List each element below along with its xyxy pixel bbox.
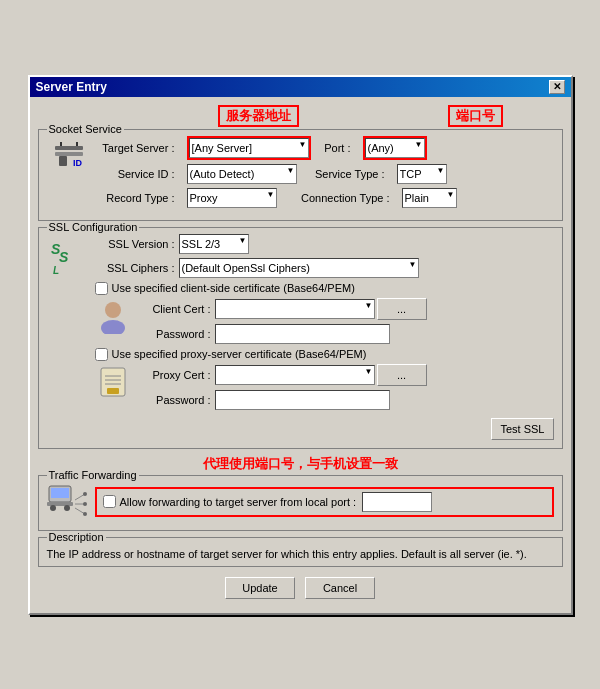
description-label: Description bbox=[47, 531, 106, 543]
port-red-outline: (Any) 80 443 8080 bbox=[363, 136, 427, 160]
connection-type-wrapper: Plain SSL bbox=[402, 188, 457, 208]
traffic-icon bbox=[47, 482, 87, 520]
proxy-cert-checkbox[interactable] bbox=[95, 348, 108, 361]
socket-service-label: Socket Service bbox=[47, 123, 124, 135]
allow-forwarding-label: Allow forwarding to target server from l… bbox=[120, 496, 357, 508]
service-id-wrapper: (Auto Detect) Manual bbox=[187, 164, 297, 184]
dialog-buttons: Update Cancel bbox=[38, 573, 563, 605]
proxy-password-input[interactable] bbox=[215, 390, 390, 410]
update-button[interactable]: Update bbox=[225, 577, 295, 599]
service-type-select[interactable]: TCP UDP bbox=[397, 164, 447, 184]
record-connection-row: Record Type : Proxy Direct Tunnel Connec… bbox=[95, 188, 554, 208]
proxy-cert-icon bbox=[95, 364, 131, 400]
client-cert-field-row: Client Cert : ... bbox=[139, 298, 427, 320]
proxy-cert-fields: Proxy Cert : ... Password : bbox=[139, 364, 427, 414]
svg-point-26 bbox=[83, 512, 87, 516]
client-cert-area: Client Cert : ... Password : bbox=[95, 298, 554, 348]
target-server-select[interactable]: [Any Server] Custom... bbox=[189, 138, 309, 158]
description-text: The IP address or hostname of target ser… bbox=[47, 548, 554, 560]
ssl-ciphers-wrapper: (Default OpenSsl Ciphers) bbox=[179, 258, 419, 278]
target-server-label: Target Server : bbox=[95, 142, 175, 154]
client-cert-select[interactable] bbox=[215, 299, 375, 319]
svg-point-10 bbox=[101, 320, 125, 334]
svg-rect-17 bbox=[51, 488, 69, 498]
service-type-label: Service Type : bbox=[305, 168, 385, 180]
proxy-cert-checkbox-label: Use specified proxy-server certificate (… bbox=[112, 348, 367, 360]
client-cert-input-row: ... bbox=[215, 298, 427, 320]
ssl-version-select[interactable]: SSL 2/3 SSL 3 TLS 1 bbox=[179, 234, 249, 254]
svg-point-25 bbox=[83, 502, 87, 506]
proxy-cert-input-row: ... bbox=[215, 364, 427, 386]
record-type-wrapper: Proxy Direct Tunnel bbox=[187, 188, 277, 208]
proxy-cert-browse-btn[interactable]: ... bbox=[377, 364, 427, 386]
proxy-cert-field-row: Proxy Cert : ... bbox=[139, 364, 427, 386]
client-cert-checkbox-row: Use specified client-side certificate (B… bbox=[95, 282, 554, 295]
client-cert-checkbox-label: Use specified client-side certificate (B… bbox=[112, 282, 355, 294]
service-id-label: Service ID : bbox=[95, 168, 175, 180]
traffic-icon-area bbox=[47, 482, 91, 522]
proxy-cert-checkbox-row: Use specified proxy-server certificate (… bbox=[95, 348, 554, 361]
ssl-version-row: SSL Version : SSL 2/3 SSL 3 TLS 1 bbox=[95, 234, 554, 254]
ssl-ciphers-label: SSL Ciphers : bbox=[95, 262, 175, 274]
svg-point-19 bbox=[50, 505, 56, 511]
svg-text:S: S bbox=[59, 249, 69, 265]
target-server-red-outline: [Any Server] Custom... bbox=[187, 136, 311, 160]
socket-service-section: Socket Service ID bbox=[38, 129, 563, 221]
service-id-type-row: Service ID : (Auto Detect) Manual Servic… bbox=[95, 164, 554, 184]
record-type-label: Record Type : bbox=[95, 192, 175, 204]
client-password-input[interactable] bbox=[215, 324, 390, 344]
server-port-row: Target Server : [Any Server] Custom... P… bbox=[95, 136, 554, 160]
ssl-version-label: SSL Version : bbox=[95, 238, 175, 250]
server-address-annotation: 服务器地址 bbox=[218, 105, 299, 127]
ssl-ciphers-select[interactable]: (Default OpenSsl Ciphers) bbox=[179, 258, 419, 278]
svg-rect-1 bbox=[55, 152, 83, 156]
proxy-cert-select-wrapper bbox=[215, 365, 375, 385]
client-password-label: Password : bbox=[139, 328, 211, 340]
proxy-cert-area: Proxy Cert : ... Password : bbox=[95, 364, 554, 414]
proxy-cert-icon-area bbox=[95, 364, 135, 402]
client-cert-checkbox[interactable] bbox=[95, 282, 108, 295]
client-cert-select-wrapper bbox=[215, 299, 375, 319]
port-number-annotation: 端口号 bbox=[448, 105, 503, 127]
person-cert-icon bbox=[95, 298, 131, 334]
cancel-button[interactable]: Cancel bbox=[305, 577, 375, 599]
proxy-cert-select[interactable] bbox=[215, 365, 375, 385]
socket-form-rows: Target Server : [Any Server] Custom... P… bbox=[95, 136, 554, 212]
socket-icon: ID bbox=[51, 138, 87, 174]
dialog-body: 服务器地址 端口号 Socket Service ID bbox=[30, 97, 571, 613]
ssl-form-fields: SSL Version : SSL 2/3 SSL 3 TLS 1 SSL Ci… bbox=[95, 234, 554, 440]
svg-point-24 bbox=[83, 492, 87, 496]
ssl-ciphers-row: SSL Ciphers : (Default OpenSsl Ciphers) bbox=[95, 258, 554, 278]
port-label: Port : bbox=[319, 142, 351, 154]
title-bar: Server Entry ✕ bbox=[30, 77, 571, 97]
client-cert-browse-btn[interactable]: ... bbox=[377, 298, 427, 320]
svg-text:ID: ID bbox=[73, 158, 83, 168]
description-section: Description The IP address or hostname o… bbox=[38, 537, 563, 567]
ssl-version-wrapper: SSL 2/3 SSL 3 TLS 1 bbox=[179, 234, 249, 254]
port-select[interactable]: (Any) 80 443 8080 bbox=[365, 138, 425, 158]
close-button[interactable]: ✕ bbox=[549, 80, 565, 94]
svg-rect-0 bbox=[55, 146, 83, 150]
socket-service-content: ID Target Server : [Any Server] Custom..… bbox=[47, 136, 554, 212]
svg-rect-18 bbox=[47, 502, 73, 506]
connection-type-select[interactable]: Plain SSL bbox=[402, 188, 457, 208]
dialog-title: Server Entry bbox=[36, 80, 107, 94]
svg-point-20 bbox=[64, 505, 70, 511]
test-ssl-button[interactable]: Test SSL bbox=[491, 418, 553, 440]
test-ssl-row: Test SSL bbox=[95, 418, 554, 440]
client-cert-icon-area bbox=[95, 298, 135, 336]
proxy-cert-label: Proxy Cert : bbox=[139, 369, 211, 381]
service-id-select[interactable]: (Auto Detect) Manual bbox=[187, 164, 297, 184]
svg-point-9 bbox=[105, 302, 121, 318]
svg-rect-4 bbox=[59, 156, 67, 166]
port-wrapper: (Any) 80 443 8080 bbox=[365, 138, 425, 158]
local-port-input[interactable] bbox=[362, 492, 432, 512]
client-password-row: Password : bbox=[139, 324, 427, 344]
proxy-password-label: Password : bbox=[139, 394, 211, 406]
record-type-select[interactable]: Proxy Direct Tunnel bbox=[187, 188, 277, 208]
allow-forwarding-checkbox[interactable] bbox=[103, 495, 116, 508]
ssl-icon-area: S S L bbox=[47, 234, 91, 276]
proxy-port-annotation: 代理使用端口号，与手机设置一致 bbox=[203, 456, 398, 471]
ssl-icon: S S L bbox=[51, 236, 87, 276]
traffic-forwarding-label: Traffic Forwarding bbox=[47, 469, 139, 481]
